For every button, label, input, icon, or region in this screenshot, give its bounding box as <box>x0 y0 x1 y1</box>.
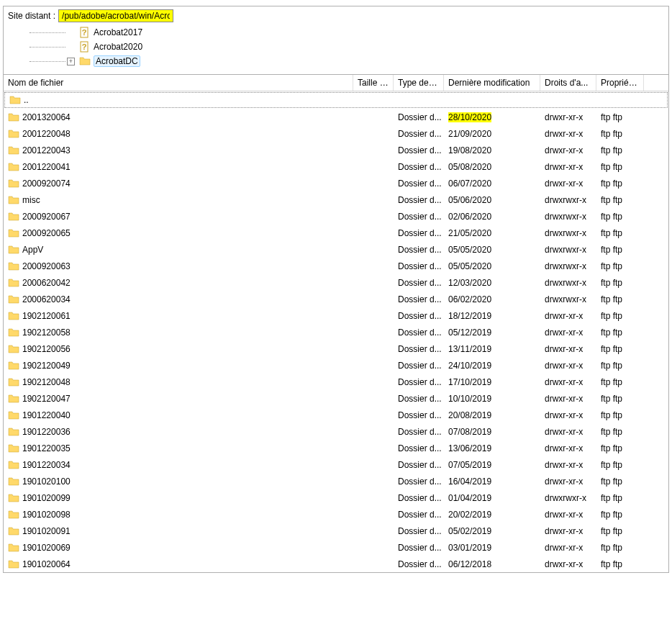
file-owner: ftp ftp <box>601 212 648 222</box>
file-date: 13/11/2019 <box>448 344 545 354</box>
column-headers[interactable]: Nom de fichier Taille de ... Type de fi.… <box>4 75 668 91</box>
file-perm: drwxrwxr-x <box>545 245 601 255</box>
file-perm: drwxrwxr-x <box>545 294 601 304</box>
file-name: 1902120056 <box>22 344 71 354</box>
table-row[interactable]: 2001220043Dossier d...19/08/2020drwxr-xr… <box>4 142 668 158</box>
file-owner: ftp ftp <box>601 476 648 487</box>
table-row[interactable]: 1902120056Dossier d...13/11/2019drwxr-xr… <box>4 340 668 357</box>
table-row[interactable]: 1901020091Dossier d...05/02/2019drwxr-xr… <box>4 523 668 539</box>
parent-dir-row[interactable]: .. <box>4 92 668 108</box>
file-perm: drwxr-xr-x <box>545 179 601 189</box>
tree-item[interactable]: ?Acrobat2020 <box>67 40 668 54</box>
file-perm: drwxr-xr-x <box>545 543 601 553</box>
file-date: 05/02/2019 <box>448 526 545 536</box>
table-row[interactable]: 1901220036Dossier d...07/08/2019drwxr-xr… <box>4 423 668 440</box>
folder-icon <box>8 443 19 454</box>
folder-icon <box>9 94 21 106</box>
col-perm-header[interactable]: Droits d'a... <box>540 75 596 91</box>
file-type: Dossier d... <box>398 162 448 172</box>
table-row[interactable]: 1902120061Dossier d...18/12/2019drwxr-xr… <box>4 307 668 324</box>
table-row[interactable]: AppVDossier d...05/05/2020drwxrwxr-xftp … <box>4 241 668 258</box>
pathbar: Site distant : <box>4 6 668 24</box>
table-row[interactable]: 1902120049Dossier d...24/10/2019drwxr-xr… <box>4 357 668 374</box>
file-perm: drwxr-xr-x <box>545 129 601 139</box>
folder-icon <box>8 343 19 355</box>
file-date: 05/08/2020 <box>448 162 545 172</box>
table-row[interactable]: 2000620034Dossier d...06/02/2020drwxrwxr… <box>4 291 668 307</box>
file-date: 05/05/2020 <box>448 245 545 255</box>
file-name: 1902120058 <box>22 327 71 338</box>
table-row[interactable]: 2000920065Dossier d...21/05/2020drwxrwxr… <box>4 225 668 241</box>
folder-icon <box>8 244 19 256</box>
tree-item-label: Acrobat2020 <box>94 42 142 52</box>
svg-text:?: ? <box>82 28 87 37</box>
col-size-header[interactable]: Taille de ... <box>353 75 394 91</box>
tree-item-label: AcrobatDC <box>94 55 140 67</box>
table-row[interactable]: 2000920067Dossier d...02/06/2020drwxrwxr… <box>4 208 668 225</box>
file-type: Dossier d... <box>398 344 448 354</box>
remote-tree[interactable]: ?Acrobat2017?Acrobat2020+AcrobatDC <box>4 24 668 75</box>
table-row[interactable]: 2000620042Dossier d...12/03/2020drwxrwxr… <box>4 274 668 291</box>
file-name: 2001220048 <box>22 129 71 139</box>
table-row[interactable]: 1901020098Dossier d...20/02/2019drwxr-xr… <box>4 506 668 523</box>
file-date: 07/08/2019 <box>448 427 545 437</box>
file-type: Dossier d... <box>398 493 448 503</box>
file-perm: drwxr-xr-x <box>545 443 601 453</box>
folder-icon <box>8 459 19 471</box>
table-row[interactable]: miscDossier d...05/06/2020drwxrwxr-xftp … <box>4 191 668 208</box>
file-perm: drwxrwxr-x <box>545 228 601 238</box>
file-owner: ftp ftp <box>601 377 648 387</box>
file-type: Dossier d... <box>398 129 448 139</box>
file-type: Dossier d... <box>398 377 448 387</box>
file-owner: ftp ftp <box>601 526 648 536</box>
file-owner: ftp ftp <box>601 228 648 238</box>
file-perm: drwxr-xr-x <box>545 327 601 338</box>
tree-item[interactable]: ?Acrobat2017 <box>67 25 668 40</box>
table-row[interactable]: 1901220035Dossier d...13/06/2019drwxr-xr… <box>4 440 668 456</box>
file-date: 24/10/2019 <box>448 361 545 371</box>
folder-icon <box>8 112 19 123</box>
folder-icon <box>79 55 91 67</box>
file-name: 1901020064 <box>22 559 71 569</box>
file-owner: ftp ftp <box>601 443 648 453</box>
table-row[interactable]: 2001220041Dossier d...05/08/2020drwxr-xr… <box>4 158 668 175</box>
file-type: Dossier d... <box>398 195 448 205</box>
folder-icon <box>8 327 19 338</box>
table-row[interactable]: 1901220040Dossier d...20/08/2019drwxr-xr… <box>4 407 668 423</box>
tree-item[interactable]: +AcrobatDC <box>67 54 668 68</box>
file-type: Dossier d... <box>398 311 448 321</box>
file-type: Dossier d... <box>398 361 448 371</box>
table-row[interactable]: 2000920063Dossier d...05/05/2020drwxrwxr… <box>4 258 668 274</box>
folder-icon <box>8 509 19 520</box>
file-owner: ftp ftp <box>601 394 648 404</box>
folder-icon <box>8 426 19 438</box>
table-row[interactable]: 1901020064Dossier d...06/12/2018drwxr-xr… <box>4 556 668 572</box>
col-owner-header[interactable]: Propriétai... <box>596 75 644 91</box>
table-row[interactable]: 2001220048Dossier d...21/09/2020drwxr-xr… <box>4 125 668 142</box>
file-date: 06/02/2020 <box>448 294 545 304</box>
table-row[interactable]: 2001320064Dossier d...28/10/2020drwxr-xr… <box>4 109 668 125</box>
file-name: 1901020069 <box>22 543 71 553</box>
file-list[interactable]: Nom de fichier Taille de ... Type de fi.… <box>3 75 669 573</box>
file-owner: ftp ftp <box>601 311 648 321</box>
table-row[interactable]: 1901220034Dossier d...07/05/2019drwxr-xr… <box>4 456 668 473</box>
file-perm: drwxrwxr-x <box>545 212 601 222</box>
table-row[interactable]: 1901020069Dossier d...03/01/2019drwxr-xr… <box>4 539 668 556</box>
table-row[interactable]: 1902120047Dossier d...10/10/2019drwxr-xr… <box>4 390 668 407</box>
folder-icon <box>8 227 19 239</box>
expand-toggle-icon[interactable]: + <box>67 58 75 65</box>
file-type: Dossier d... <box>398 179 448 189</box>
col-type-header[interactable]: Type de fi... <box>394 75 444 91</box>
col-name-header[interactable]: Nom de fichier <box>4 75 353 91</box>
table-row[interactable]: 2000920074Dossier d...06/07/2020drwxr-xr… <box>4 175 668 191</box>
table-row[interactable]: 1901020099Dossier d...01/04/2019drwxrwxr… <box>4 489 668 506</box>
file-date: 13/06/2019 <box>448 443 545 453</box>
table-row[interactable]: 1902120048Dossier d...17/10/2019drwxr-xr… <box>4 374 668 390</box>
folder-icon <box>8 360 19 371</box>
table-row[interactable]: 1902120058Dossier d...05/12/2019drwxr-xr… <box>4 324 668 340</box>
remote-path-input[interactable] <box>58 9 173 22</box>
table-row[interactable]: 1901020100Dossier d...16/04/2019drwxr-xr… <box>4 473 668 489</box>
file-owner: ftp ftp <box>601 361 648 371</box>
col-date-header[interactable]: Dernière modification <box>444 75 540 91</box>
folder-icon <box>8 128 19 140</box>
